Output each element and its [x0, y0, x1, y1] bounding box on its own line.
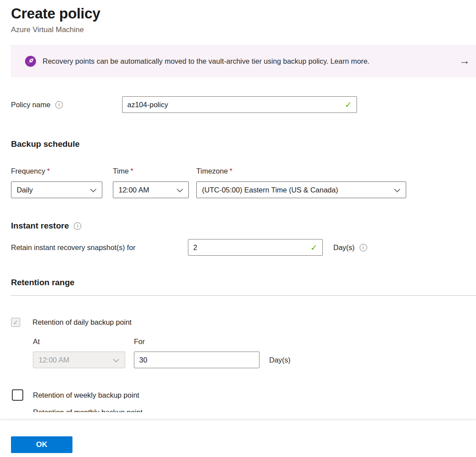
- instant-restore-heading: Instant restore: [11, 221, 69, 231]
- frequency-select[interactable]: Daily: [11, 181, 102, 198]
- timezone-select[interactable]: (UTC-05:00) Eastern Time (US & Canada): [196, 181, 406, 198]
- weekly-retention-row: Retention of weekly backup point: [11, 389, 476, 401]
- banner-message: Recovery points can be automatically mov…: [43, 57, 369, 65]
- daily-retention-settings: At For 12:00 AM Day(s): [33, 337, 476, 368]
- weekly-retention-checkbox[interactable]: [12, 389, 23, 401]
- arrow-right-icon[interactable]: →: [459, 55, 470, 67]
- chevron-down-icon: [394, 186, 400, 194]
- policy-name-label-group: Policy name i: [11, 101, 122, 109]
- instant-restore-info-icon[interactable]: i: [74, 222, 81, 230]
- daily-at-select: 12:00 AM: [33, 352, 125, 368]
- retention-range-heading: Retention range: [11, 278, 476, 287]
- clipped-next-row: Retention of monthly backup point: [11, 408, 476, 412]
- required-asterisk: *: [130, 167, 133, 175]
- daily-for-field: [134, 352, 260, 368]
- backup-schedule-fields: Frequency* Daily Time* 12:00 AM Ti: [11, 167, 476, 198]
- daily-retention-label: Retention of daily backup point: [32, 318, 132, 326]
- footer-bar: OK: [0, 420, 476, 457]
- ok-button[interactable]: OK: [11, 436, 72, 453]
- backup-schedule-heading: Backup schedule: [11, 139, 476, 149]
- time-label: Time*: [113, 167, 189, 175]
- monthly-retention-label-clipped: Retention of monthly backup point: [33, 408, 476, 412]
- vault-archive-info-banner[interactable]: Recovery points can be automatically mov…: [11, 45, 476, 77]
- daily-at-value: 12:00 AM: [39, 356, 69, 364]
- snapshot-days-info-icon[interactable]: i: [360, 244, 367, 251]
- required-asterisk: *: [230, 167, 232, 175]
- rocket-icon: [25, 56, 36, 67]
- chevron-down-icon: [177, 186, 183, 194]
- time-select[interactable]: 12:00 AM: [113, 181, 189, 198]
- retain-snapshot-label: Retain instant recovery snapshot(s) for: [11, 243, 188, 252]
- frequency-value: Daily: [17, 186, 33, 194]
- daily-for-unit: Day(s): [269, 356, 291, 364]
- at-label: At: [33, 337, 134, 346]
- time-value: 12:00 AM: [119, 186, 149, 194]
- daily-retention-row: ✓ Retention of daily backup point: [11, 318, 476, 327]
- create-policy-pane: Create policy Azure Virtual Machine Reco…: [0, 0, 476, 420]
- for-label: For: [134, 337, 145, 346]
- frequency-label: Frequency*: [11, 167, 102, 175]
- chevron-down-icon: [113, 356, 119, 364]
- policy-name-input[interactable]: [123, 101, 357, 109]
- snapshot-days-unit: Day(s): [333, 243, 355, 252]
- weekly-retention-label: Retention of weekly backup point: [33, 391, 139, 399]
- snapshot-days-field: ✓: [188, 239, 323, 256]
- snapshot-days-input[interactable]: [188, 243, 322, 252]
- instant-restore-heading-row: Instant restore i: [11, 221, 476, 231]
- page-title: Create policy: [11, 5, 476, 22]
- page-subtitle: Azure Virtual Machine: [11, 25, 476, 34]
- policy-name-field: ✓: [122, 96, 357, 113]
- required-asterisk: *: [47, 167, 50, 175]
- daily-for-input[interactable]: [134, 356, 259, 364]
- timezone-label: Timezone*: [196, 167, 406, 175]
- retention-range-divider: [11, 295, 476, 296]
- instant-restore-retain-row: Retain instant recovery snapshot(s) for …: [11, 239, 476, 256]
- chevron-down-icon: [90, 186, 97, 194]
- policy-name-info-icon[interactable]: i: [55, 101, 63, 109]
- policy-name-row: Policy name i ✓: [11, 96, 476, 113]
- policy-name-label: Policy name: [11, 101, 50, 109]
- timezone-value: (UTC-05:00) Eastern Time (US & Canada): [202, 186, 338, 194]
- daily-retention-checkbox: ✓: [11, 318, 20, 327]
